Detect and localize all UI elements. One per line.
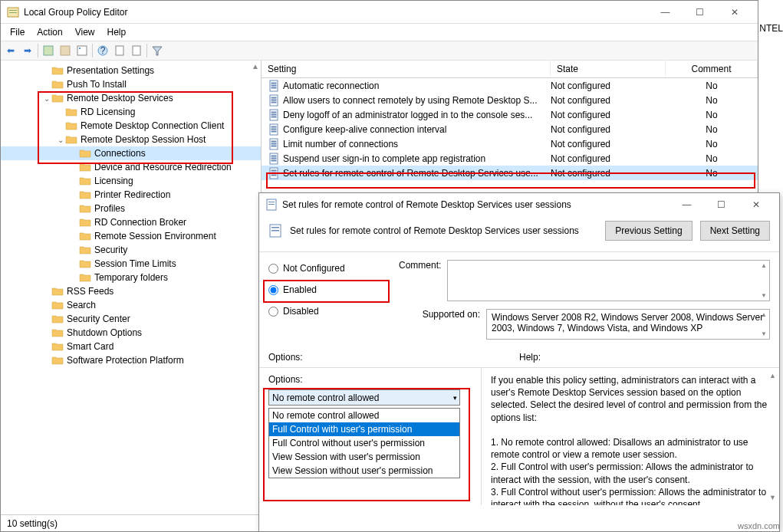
expand-icon[interactable]: ⌄ <box>42 94 51 103</box>
tree-item[interactable]: RD Licensing <box>1 105 261 119</box>
tree-label: Shutdown Options <box>67 327 142 338</box>
scroll-down-icon[interactable]: ▼ <box>769 493 776 502</box>
list-row[interactable]: Allow users to connect remotely by using… <box>262 93 758 107</box>
tree-item[interactable]: Licensing <box>1 174 261 188</box>
svg-rect-5 <box>77 46 87 55</box>
options-pane: Options: No remote control allowed ▾ No … <box>259 368 482 505</box>
menu-file[interactable]: File <box>4 25 31 39</box>
tree-item[interactable]: Security Center <box>1 312 261 326</box>
toolbar-icon[interactable] <box>75 44 89 57</box>
titlebar[interactable]: Local Group Policy Editor — ☐ ✕ <box>1 1 758 24</box>
dialog-maximize-button[interactable]: ☐ <box>704 194 739 215</box>
toolbar-icon[interactable] <box>113 44 127 57</box>
tree-label: Printer Redirection <box>94 189 170 200</box>
options-label-2: Options: <box>268 374 472 385</box>
dropdown-item[interactable]: Full Control with user's permission <box>269 422 459 436</box>
tree-item[interactable]: Shutdown Options <box>1 326 261 340</box>
list-header: Setting State Comment <box>262 61 758 78</box>
svg-rect-12 <box>271 83 276 84</box>
list-row[interactable]: Automatic reconnectionNot configuredNo <box>262 78 758 93</box>
comment-cell: No <box>666 95 758 106</box>
toolbar-icon[interactable] <box>130 44 143 57</box>
tree-pane[interactable]: Presentation SettingsPush To Install⌄Rem… <box>1 61 262 514</box>
tree-label: Push To Install <box>67 79 127 90</box>
dialog-close-button[interactable]: ✕ <box>739 194 773 215</box>
tree-label: Remote Session Environment <box>94 231 216 241</box>
tree-item[interactable]: Profiles <box>1 202 261 215</box>
tree-item[interactable]: Push To Install <box>1 77 261 91</box>
side-text: NTEL <box>759 23 783 34</box>
dropdown-item[interactable]: Full Control without user's permission <box>269 436 459 450</box>
toolbar-icon[interactable] <box>41 44 55 57</box>
tree-item[interactable]: RD Connection Broker <box>1 215 261 229</box>
dropdown-item[interactable]: View Session with user's permission <box>269 450 459 464</box>
svg-rect-28 <box>271 141 276 142</box>
dropdown-list[interactable]: No remote control allowedFull Control wi… <box>268 408 460 478</box>
tree-item[interactable]: Smart Card <box>1 340 261 353</box>
list-row[interactable]: Limit number of connectionsNot configure… <box>262 136 758 151</box>
maximize-button[interactable]: ☐ <box>683 2 717 23</box>
list-row[interactable]: Set rules for remote control of Remote D… <box>262 166 758 180</box>
next-setting-button[interactable]: Next Setting <box>700 221 770 241</box>
radio-enabled[interactable] <box>268 285 278 295</box>
dropdown-item[interactable]: View Session without user's permission <box>269 464 459 478</box>
svg-rect-18 <box>271 102 276 103</box>
tree-label: Presentation Settings <box>67 65 154 76</box>
state-cell: Not configured <box>551 110 666 120</box>
tree-item[interactable]: Security <box>1 243 261 257</box>
dialog-titlebar[interactable]: Set rules for remote control of Remote D… <box>259 193 779 216</box>
help-icon[interactable]: ? <box>96 44 110 57</box>
tree-item[interactable]: Device and Resource Redirection <box>1 160 261 174</box>
setting-label: Limit number of connections <box>283 139 398 149</box>
tree-item[interactable]: Software Protection Platform <box>1 353 261 367</box>
dropdown-item[interactable]: No remote control allowed <box>269 409 459 422</box>
dropdown-value: No remote control allowed <box>272 392 379 403</box>
tree-item[interactable]: Connections <box>1 146 261 160</box>
tree-item[interactable]: Temporary folders <box>1 271 261 284</box>
toolbar-icon[interactable] <box>58 44 72 57</box>
tree-label: RSS Feeds <box>67 286 114 297</box>
tree-item[interactable]: Session Time Limits <box>1 257 261 271</box>
back-button[interactable]: ⬅ <box>4 44 18 57</box>
dialog-header-text: Set rules for remote control of Remote D… <box>290 225 597 236</box>
col-setting[interactable]: Setting <box>262 61 551 77</box>
tree-item[interactable]: ⌄Remote Desktop Services <box>1 91 261 105</box>
menu-view[interactable]: View <box>69 25 101 39</box>
tree-item[interactable]: Presentation Settings <box>1 64 261 77</box>
close-button[interactable]: ✕ <box>717 2 752 23</box>
expand-icon[interactable]: ⌄ <box>56 136 65 144</box>
menu-help[interactable]: Help <box>101 25 133 39</box>
list-row[interactable]: Configure keep-alive connection interval… <box>262 122 758 136</box>
menu-action[interactable]: Action <box>31 25 68 39</box>
options-dropdown[interactable]: No remote control allowed ▾ <box>268 389 460 406</box>
scroll-up-icon[interactable]: ▲ <box>769 371 776 380</box>
minimize-button[interactable]: — <box>648 2 683 23</box>
tree-label: Remote Desktop Services <box>67 93 173 103</box>
previous-setting-button[interactable]: Previous Setting <box>605 221 692 241</box>
radio-not-configured[interactable] <box>268 264 278 274</box>
scroll-up-icon[interactable]: ▲ <box>252 62 259 71</box>
filter-icon[interactable] <box>150 44 164 57</box>
svg-rect-44 <box>271 230 279 232</box>
list-row[interactable]: Deny logoff of an administrator logged i… <box>262 107 758 122</box>
svg-rect-34 <box>271 160 276 161</box>
dialog-minimize-button[interactable]: — <box>669 194 704 215</box>
policy-dialog: Set rules for remote control of Remote D… <box>258 192 780 532</box>
col-comment[interactable]: Comment <box>666 61 758 77</box>
forward-button[interactable]: ➡ <box>21 44 35 57</box>
tree-item[interactable]: Printer Redirection <box>1 188 261 202</box>
tree-item[interactable]: Remote Session Environment <box>1 229 261 243</box>
tree-item[interactable]: Remote Desktop Connection Client <box>1 119 261 133</box>
list-row[interactable]: Suspend user sign-in to complete app reg… <box>262 151 758 166</box>
svg-rect-43 <box>271 227 279 228</box>
tree-label: Security <box>94 245 127 255</box>
svg-rect-26 <box>271 131 276 132</box>
tree-item[interactable]: RSS Feeds <box>1 284 261 298</box>
radio-disabled[interactable] <box>268 307 278 317</box>
supported-label: Supported on: <box>399 309 480 340</box>
tree-item[interactable]: Search <box>1 298 261 312</box>
comment-textarea[interactable]: ▲▼ <box>447 260 770 301</box>
tree-item[interactable]: ⌄Remote Desktop Session Host <box>1 133 261 146</box>
col-state[interactable]: State <box>551 61 666 77</box>
svg-rect-30 <box>271 146 276 146</box>
